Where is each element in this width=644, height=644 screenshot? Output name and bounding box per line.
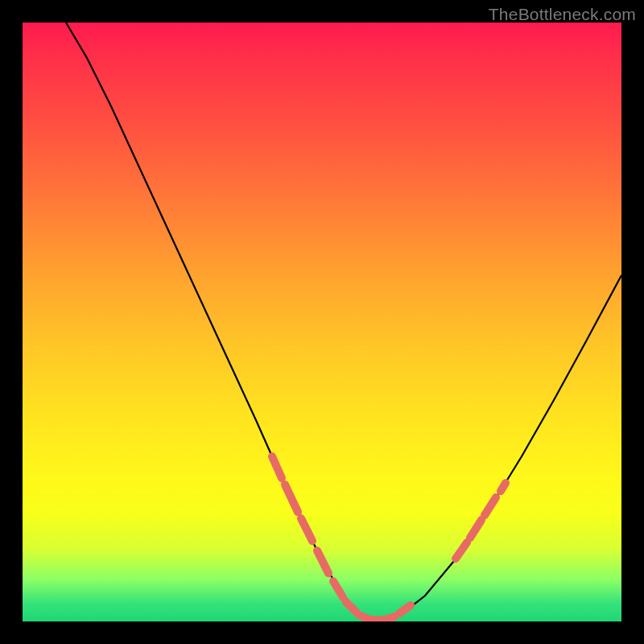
bottleneck-plot — [23, 23, 621, 621]
highlight-dash — [317, 551, 328, 573]
chart-frame — [23, 23, 621, 621]
highlight-dash — [301, 518, 312, 541]
watermark-text: TheBottleneck.com — [489, 5, 636, 24]
highlight-dash — [285, 485, 298, 512]
highlight-dashes — [272, 456, 506, 620]
highlight-dash — [399, 605, 411, 613]
highlight-dash — [272, 456, 282, 478]
highlight-dash — [333, 581, 343, 597]
highlight-dash — [470, 520, 481, 538]
highlight-dash — [485, 497, 496, 515]
highlight-dash — [346, 602, 356, 612]
highlight-dash — [456, 543, 467, 559]
highlight-dash — [385, 617, 394, 620]
highlight-dash — [501, 483, 506, 491]
bottleneck-curve — [66, 23, 621, 620]
